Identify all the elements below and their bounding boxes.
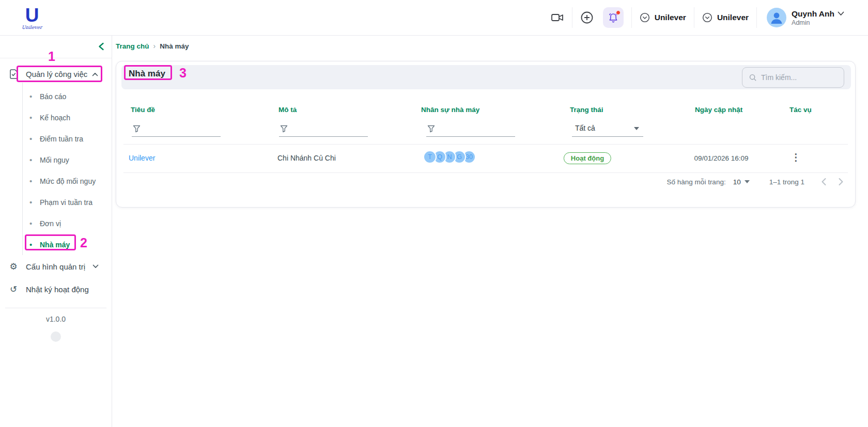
rows-per-page-select[interactable]: 10 bbox=[733, 178, 750, 186]
page-title: Nhà máy bbox=[129, 69, 165, 79]
caret-down-icon bbox=[745, 180, 750, 183]
column-header-trang-thai: Trạng thái bbox=[570, 106, 603, 114]
bullet-icon: • bbox=[29, 92, 36, 101]
video-camera-icon[interactable] bbox=[551, 12, 564, 23]
breadcrumb-home[interactable]: Trang chủ bbox=[116, 42, 149, 50]
divider bbox=[694, 7, 694, 28]
staff-avatar: T bbox=[423, 150, 437, 164]
status-badge: Hoạt động bbox=[564, 152, 611, 164]
breadcrumb-current: Nhà máy bbox=[160, 42, 189, 50]
divider bbox=[123, 172, 848, 173]
chevron-left-icon bbox=[821, 178, 827, 186]
chevron-left-icon bbox=[98, 42, 105, 51]
org-switcher-2[interactable]: Unilever bbox=[702, 12, 749, 23]
unilever-logo-text: Unilever bbox=[22, 25, 42, 30]
top-bar: U Unilever bbox=[0, 0, 868, 36]
previous-page-button[interactable] bbox=[821, 178, 827, 186]
org-switcher-label: Unilever bbox=[717, 13, 749, 22]
divider bbox=[123, 144, 848, 145]
decorative-circle bbox=[51, 331, 61, 342]
pagination: Số hàng mỗi trang: 10 1–1 trong 1 bbox=[667, 175, 844, 188]
circle-chevron-down-icon bbox=[702, 12, 712, 23]
person-icon bbox=[767, 8, 786, 27]
row-actions-kebab-menu[interactable]: ⋮ bbox=[788, 151, 804, 163]
filter-funnel-icon[interactable] bbox=[427, 125, 435, 133]
caret-down-icon bbox=[634, 127, 639, 130]
user-name: Quynh Anh bbox=[792, 9, 834, 19]
status-filter-value: Tất cả bbox=[575, 124, 595, 132]
sidebar-collapse-button[interactable] bbox=[98, 42, 105, 51]
bullet-icon: • bbox=[29, 155, 36, 164]
bullet-icon: • bbox=[29, 177, 36, 185]
chevron-down-icon bbox=[92, 264, 99, 268]
row-title-link[interactable]: Unilever bbox=[129, 154, 155, 162]
search-input[interactable] bbox=[761, 73, 839, 82]
column-header-ngay-cap-nhat: Ngày cập nhật bbox=[695, 106, 742, 114]
sidebar-item-diem-tuan-tra[interactable]: • Điểm tuần tra bbox=[23, 128, 112, 149]
divider bbox=[572, 7, 572, 28]
bullet-icon: • bbox=[29, 219, 36, 228]
rows-per-page-label: Số hàng mỗi trang: bbox=[667, 178, 726, 186]
chevron-up-icon bbox=[92, 72, 98, 76]
unilever-logo-mark: U bbox=[25, 6, 39, 25]
sidebar-item-nhat-ky-hoat-dong[interactable]: ↺ Nhật ký hoạt động bbox=[0, 278, 112, 301]
sidebar: Quản lý công việc • Báo cáo • Kế hoạch •… bbox=[0, 36, 112, 427]
bullet-icon: • bbox=[29, 134, 36, 143]
sidebar-submenu: • Báo cáo • Kế hoạch • Điểm tuần tra • M… bbox=[22, 83, 112, 255]
breadcrumb: Trang chủ › Nhà máy bbox=[116, 42, 189, 50]
add-circle-icon[interactable] bbox=[580, 11, 594, 24]
sidebar-item-muc-do-moi-nguy[interactable]: • Mức độ mối nguy bbox=[23, 170, 112, 192]
next-page-button[interactable] bbox=[838, 178, 844, 186]
user-avatar bbox=[767, 8, 786, 27]
sidebar-item-moi-nguy[interactable]: • Mối nguy bbox=[23, 149, 112, 170]
sidebar-item-bao-cao[interactable]: • Báo cáo bbox=[23, 86, 112, 107]
column-header-tac-vu: Tác vụ bbox=[789, 106, 812, 114]
breadcrumb-separator: › bbox=[153, 42, 156, 50]
sidebar-item-don-vi[interactable]: • Đơn vị bbox=[23, 213, 112, 234]
divider bbox=[756, 7, 757, 28]
staff-avatar-group[interactable]: T Q N G 30 bbox=[423, 150, 476, 164]
row-updated-at: 09/01/2026 16:09 bbox=[694, 154, 748, 162]
filter-funnel-icon[interactable] bbox=[133, 125, 141, 133]
gear-icon: ⚙ bbox=[8, 261, 19, 272]
divider bbox=[0, 58, 112, 58]
history-icon: ↺ bbox=[8, 284, 19, 295]
column-header-tieu-de: Tiêu đề bbox=[131, 106, 155, 114]
bullet-icon: • bbox=[29, 113, 36, 122]
sidebar-item-nha-may[interactable]: • Nhà máy bbox=[23, 234, 112, 255]
sidebar-item-ke-hoach[interactable]: • Kế hoạch bbox=[23, 107, 112, 128]
org-switcher-label: Unilever bbox=[655, 13, 686, 22]
notification-badge-dot bbox=[616, 10, 621, 15]
sidebar-item-pham-vi-tuan-tra[interactable]: • Phạm vi tuần tra bbox=[23, 192, 112, 213]
filter-title[interactable] bbox=[132, 119, 221, 137]
user-role: Admin bbox=[792, 19, 844, 26]
search-icon bbox=[749, 73, 756, 82]
sidebar-item-label: Quản lý công việc bbox=[26, 70, 87, 78]
sidebar-item-cau-hinh-quan-tri[interactable]: ⚙ Cấu hình quản trị bbox=[0, 255, 112, 278]
chevron-right-icon bbox=[838, 178, 844, 186]
bullet-icon: • bbox=[29, 198, 36, 207]
divider bbox=[5, 308, 106, 308]
status-filter-select[interactable]: Tất cả bbox=[572, 119, 643, 137]
filter-staff[interactable] bbox=[426, 119, 515, 137]
unilever-logo[interactable]: U Unilever bbox=[22, 6, 42, 30]
filter-description[interactable] bbox=[279, 119, 368, 137]
bullet-icon: • bbox=[29, 240, 36, 249]
org-switcher-1[interactable]: Unilever bbox=[640, 12, 686, 23]
pagination-range: 1–1 trong 1 bbox=[769, 178, 804, 186]
rows-per-page-value: 10 bbox=[733, 178, 741, 186]
column-header-mo-ta: Mô tả bbox=[278, 106, 297, 114]
notifications-button[interactable] bbox=[603, 7, 624, 28]
circle-chevron-down-icon bbox=[640, 12, 650, 23]
factory-card: Nhà máy Tiêu đề Mô tả Nhân sự nhà máy Tr… bbox=[116, 61, 856, 208]
divider bbox=[631, 7, 632, 28]
task-document-icon bbox=[8, 69, 19, 79]
user-menu[interactable]: Quynh Anh Admin bbox=[767, 8, 844, 27]
column-header-nhan-su: Nhân sự nhà máy bbox=[421, 106, 479, 114]
main-content: Trang chủ › Nhà máy Nhà máy Tiêu đề Mô t… bbox=[112, 36, 868, 427]
sidebar-item-quan-ly-cong-viec[interactable]: Quản lý công việc bbox=[0, 66, 112, 83]
app-version: v1.0.0 bbox=[0, 315, 112, 323]
filter-funnel-icon[interactable] bbox=[280, 125, 288, 133]
chevron-down-icon bbox=[838, 11, 844, 16]
search-field bbox=[742, 67, 844, 88]
